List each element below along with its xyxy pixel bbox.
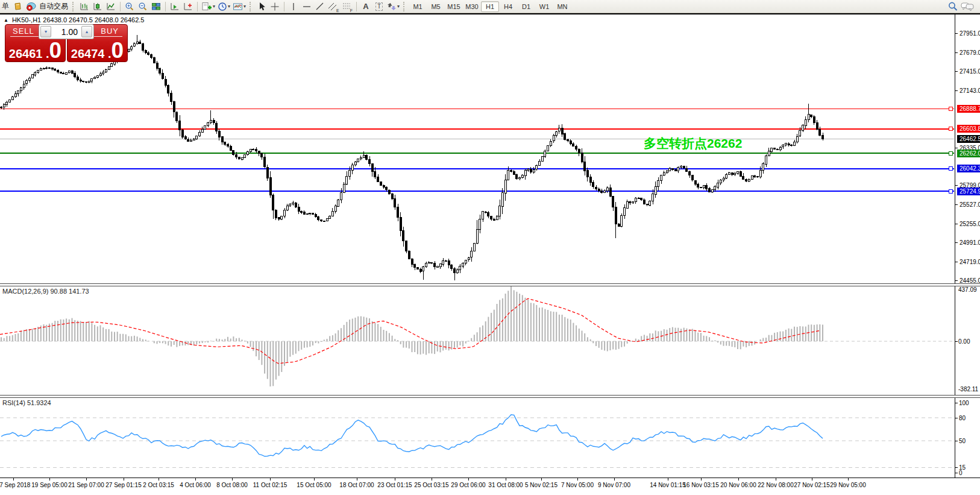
chevron-down-icon: ▾ — [228, 4, 230, 9]
channel-e-glyph: E — [336, 8, 339, 13]
price-level-badge: 26462.5 — [957, 135, 980, 143]
zoom-out-icon[interactable] — [136, 1, 149, 13]
chart-shift-icon[interactable] — [181, 1, 195, 13]
indicators-icon[interactable]: ▾ — [200, 1, 216, 13]
timeframe-group: M1M5M15M30H1H4D1W1MN — [409, 1, 571, 12]
time-tick — [232, 478, 233, 481]
price-chart-canvas[interactable] — [0, 14, 954, 283]
periods-icon[interactable]: ▾ — [216, 1, 231, 13]
trendline-icon[interactable] — [313, 1, 327, 13]
channel-icon[interactable]: E — [327, 1, 341, 13]
time-tick — [738, 478, 739, 481]
time-label: 9 Nov 07:00 — [598, 482, 630, 488]
rsi-axis[interactable]: 1008050150 — [955, 398, 980, 478]
volume-decrease-button[interactable]: ▾ — [40, 26, 51, 37]
search-icon[interactable] — [946, 1, 960, 13]
time-label: 15 Oct 05:00 — [297, 482, 331, 488]
timeframe-button-m1[interactable]: M1 — [409, 1, 427, 12]
time-tick — [395, 478, 395, 481]
time-label: 29 Nov 05:00 — [830, 482, 866, 488]
time-tick — [314, 478, 315, 481]
autotrading-button[interactable]: 自动交易 — [37, 1, 70, 11]
one-click-collapse-icon[interactable]: ▲ — [4, 17, 8, 23]
price-level-badge: 26603.8 — [957, 125, 980, 133]
arrows-icon[interactable]: ▾ — [386, 1, 401, 13]
time-tick — [432, 478, 432, 481]
macd-canvas[interactable] — [0, 286, 954, 395]
macd-label: MACD(12,26,9) 90.88 141.73 — [2, 288, 89, 295]
price-axis[interactable]: 27951.027679.027415.027143.026335.025799… — [955, 14, 980, 283]
chart-title-row: ▲ HK50-,H1 26438.0 26470.5 26408.0 26462… — [4, 16, 145, 24]
one-click-trading-panel: SELL 26461 .0 BUY 26474 .0 ▾ 1.00 ▴ — [5, 24, 128, 62]
time-label: 29 Oct 06:00 — [451, 482, 485, 488]
timeframe-button-h4[interactable]: H4 — [499, 1, 517, 12]
auto-scroll-icon[interactable] — [168, 1, 181, 13]
time-tick — [49, 478, 50, 481]
crosshair-icon[interactable] — [268, 1, 281, 13]
time-axis[interactable]: 17 Sep 201819 Sep 05:0021 Sep 07:0027 Se… — [0, 478, 980, 494]
macd-pane: MACD(12,26,9) 90.88 141.73 437.090.00-38… — [0, 286, 980, 395]
buy-price: 26474 .0 — [68, 42, 127, 61]
journal-icon[interactable] — [11, 1, 24, 13]
volume-value[interactable]: 1.00 — [52, 25, 80, 39]
chart-annotation-text[interactable]: 多空转折点26262 — [644, 135, 776, 152]
time-label: 19 Sep 05:00 — [31, 482, 68, 488]
toolbar-grip[interactable] — [250, 2, 253, 11]
sell-price: 26461 .0 — [5, 42, 65, 61]
timeframe-button-m30[interactable]: M30 — [463, 1, 481, 12]
time-tick — [86, 478, 87, 481]
timeframe-button-m5[interactable]: M5 — [427, 1, 445, 12]
time-tick — [159, 478, 159, 481]
time-label: 11 Oct 02:15 — [253, 482, 287, 488]
macd-axis[interactable]: 437.090.00-382.11 — [955, 286, 980, 395]
timeframe-button-d1[interactable]: D1 — [517, 1, 535, 12]
chat-icon[interactable] — [960, 1, 975, 13]
time-label: 16 Nov 03:15 — [683, 482, 719, 488]
vertical-line-icon[interactable] — [287, 1, 300, 13]
time-tick — [577, 478, 578, 481]
volume-increase-button[interactable]: ▴ — [81, 26, 92, 37]
tile-windows-icon[interactable] — [149, 1, 163, 13]
mt4-terminal: 单 自动交易 — [0, 0, 980, 495]
line-chart-icon[interactable] — [104, 1, 118, 13]
timeframe-button-h1[interactable]: H1 — [481, 1, 499, 12]
rsi-pane: RSI(14) 51.9324 1008050150 — [0, 398, 980, 478]
time-label: 14 Nov 01:15 — [650, 482, 686, 488]
toolbar-grip[interactable] — [72, 2, 76, 11]
fibonacci-f-glyph: F — [350, 8, 353, 13]
text-icon[interactable]: A — [359, 1, 372, 13]
time-label: 27 Sep 01:15 — [105, 482, 142, 488]
zoom-in-icon[interactable] — [123, 1, 136, 13]
timeframe-button-mn[interactable]: MN — [553, 1, 571, 12]
new-order-button[interactable]: 单 — [0, 1, 11, 11]
time-tick — [848, 478, 849, 481]
bar-chart-icon[interactable] — [78, 1, 91, 13]
time-label: 5 Nov 02:15 — [525, 482, 558, 488]
cursor-icon[interactable] — [255, 1, 268, 13]
time-label: 27 Nov 02:15 — [794, 482, 830, 488]
time-label: 20 Nov 06:00 — [720, 482, 756, 488]
time-label: 17 Sep 2018 — [0, 482, 30, 488]
timeframe-button-m15[interactable]: M15 — [445, 1, 463, 12]
chevron-down-icon: ▾ — [213, 4, 215, 9]
autotrading-icon[interactable] — [24, 1, 37, 13]
time-label: 22 Nov 08:00 — [758, 482, 794, 488]
chart-title: HK50-,H1 26438.0 26470.5 26408.0 26462.5 — [12, 16, 145, 24]
price-level-badge: 26262.0 — [957, 150, 980, 157]
templates-icon[interactable]: ▾ — [231, 1, 247, 13]
toolbar-grip[interactable] — [403, 2, 407, 11]
text-label-icon[interactable]: T — [372, 1, 386, 13]
toolbar: 单 自动交易 — [0, 0, 980, 13]
price-pane: ▲ HK50-,H1 26438.0 26470.5 26408.0 26462… — [0, 14, 980, 283]
time-tick — [468, 478, 469, 481]
time-tick — [195, 478, 196, 481]
candlestick-chart-icon[interactable] — [91, 1, 104, 13]
horizontal-line-icon[interactable] — [300, 1, 313, 13]
price-level-badge: 25724.9 — [957, 188, 980, 195]
time-label: 7 Nov 05:00 — [561, 482, 594, 488]
fibonacci-icon[interactable]: F — [341, 1, 354, 13]
timeframe-button-w1[interactable]: W1 — [535, 1, 553, 12]
rsi-canvas[interactable] — [0, 398, 954, 478]
time-tick — [270, 478, 271, 481]
chevron-down-icon: ▾ — [397, 4, 400, 9]
